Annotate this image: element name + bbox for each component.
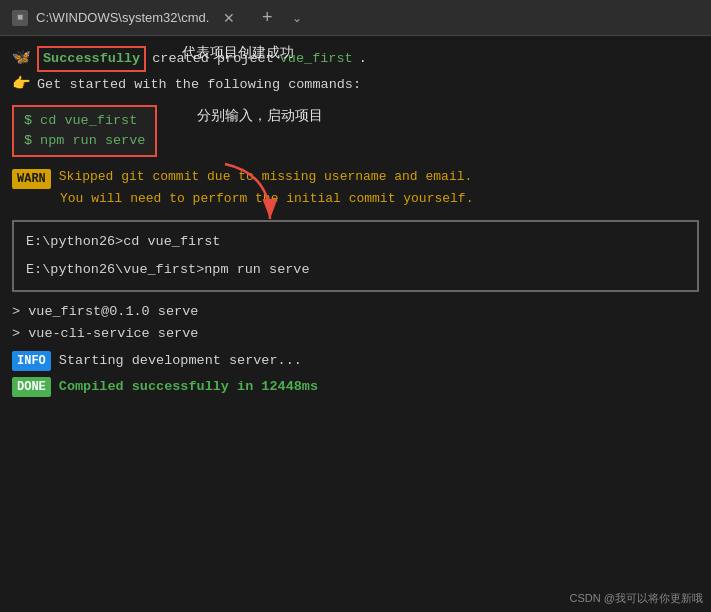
success-line: 🦋 Successfully created project vue_first… — [12, 46, 699, 72]
exec-line-2: E:\python26\vue_first>npm run serve — [26, 260, 685, 280]
annotation-2: 分别输入，启动项目 — [197, 105, 323, 126]
done-text: Compiled successfully in 12448ms — [59, 377, 318, 397]
output-line-2: > vue-cli-service serve — [12, 324, 699, 344]
commands-box: $ cd vue_first $ npm run serve — [12, 105, 157, 158]
warn-text-2: You will need to perform the initial com… — [60, 191, 473, 206]
warn-line-1: WARN Skipped git commit due to missing u… — [12, 167, 699, 189]
dollar-1: $ — [24, 111, 32, 131]
cmd-cd: cd vue_first — [40, 111, 137, 131]
getstarted-line: 👉 Get started with the following command… — [12, 74, 699, 97]
new-tab-button[interactable]: + — [255, 6, 279, 30]
info-text: Starting development server... — [59, 351, 302, 371]
annotation-1: 代表项目创建成功 — [182, 42, 294, 63]
top-section: 代表项目创建成功 🦋 Successfully created project … — [12, 46, 699, 161]
command-execution-box: E:\python26>cd vue_first E:\python26\vue… — [12, 220, 699, 293]
chevron-down-button[interactable]: ⌄ — [287, 8, 307, 28]
watermark: CSDN @我可以将你更新哦 — [570, 590, 703, 607]
done-badge: DONE — [12, 377, 51, 397]
title-bar-text: C:\WINDOWS\system32\cmd. — [36, 10, 209, 25]
getstarted-text: Get started with the following commands: — [37, 75, 361, 95]
info-badge: INFO — [12, 351, 51, 371]
terminal-body: 代表项目创建成功 🦋 Successfully created project … — [0, 36, 711, 612]
exec-line-1: E:\python26>cd vue_first — [26, 232, 685, 252]
output-line-1: > vue_first@0.1.0 serve — [12, 302, 699, 322]
point-emoji: 👉 — [12, 74, 31, 97]
dollar-2: $ — [24, 131, 32, 151]
success-highlight: Successfully — [37, 46, 146, 72]
warn-badge: WARN — [12, 169, 51, 189]
dot: . — [359, 49, 367, 69]
close-button[interactable]: ✕ — [219, 8, 239, 28]
cmd-line-1: $ cd vue_first — [24, 111, 145, 131]
title-bar: ■ C:\WINDOWS\system32\cmd. ✕ + ⌄ — [0, 0, 711, 36]
info-line: INFO Starting development server... — [12, 351, 699, 371]
cmd-npm: npm run serve — [40, 131, 145, 151]
cmd-line-2: $ npm run serve — [24, 131, 145, 151]
warn-text-1: Skipped git commit due to missing userna… — [59, 167, 472, 187]
done-line: DONE Compiled successfully in 12448ms — [12, 377, 699, 397]
butterfly-emoji: 🦋 — [12, 48, 31, 71]
warn-section: WARN Skipped git commit due to missing u… — [12, 167, 699, 209]
terminal-icon: ■ — [12, 10, 28, 26]
warn-line-2: You will need to perform the initial com… — [12, 189, 699, 209]
